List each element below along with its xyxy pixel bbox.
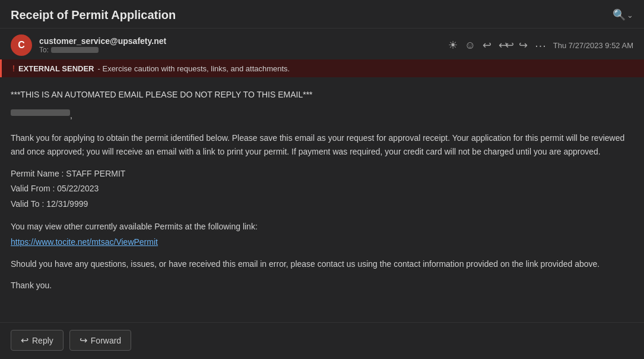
forward-icon[interactable]: ↪ [517, 37, 529, 53]
valid-to: Valid To : 12/31/9999 [11, 197, 633, 212]
warning-icon: ! [12, 64, 15, 73]
permit-name: Permit Name : STAFF PERMIT [11, 166, 633, 181]
forward-button[interactable]: ↪ Forward [69, 330, 131, 351]
action-icons: ☀ ☺ ↩ ↩↩ ↪ ··· [446, 37, 548, 54]
valid-from: Valid From : 05/22/2023 [11, 181, 633, 196]
thank-you: Thank you. [11, 279, 633, 292]
avatar: C [11, 34, 32, 56]
timestamp: Thu 7/27/2023 9:52 AM [553, 41, 633, 50]
automated-notice: ***THIS IS AN AUTOMATED EMAIL PLEASE DO … [11, 88, 633, 101]
reply-icon[interactable]: ↩ [481, 37, 493, 53]
contact-paragraph: Should you have any questions, issues, o… [11, 257, 633, 270]
sender-row: C customer_service@upsafety.net To: ☀ ☺ … [0, 29, 644, 59]
sender-email: customer_service@upsafety.net [39, 36, 166, 46]
email-body: ***THIS IS AN AUTOMATED EMAIL PLEASE DO … [0, 77, 644, 322]
reply-button[interactable]: ↩ Reply [11, 330, 64, 351]
recipient-redacted-2 [11, 109, 70, 116]
forward-btn-icon: ↪ [80, 335, 87, 346]
more-icon[interactable]: ··· [533, 37, 548, 54]
email-footer: ↩ Reply ↪ Forward [0, 322, 644, 359]
warning-message: - Exercise caution with requests, links,… [98, 64, 290, 73]
sender-to: To: [39, 46, 166, 54]
warning-banner: ! EXTERNAL SENDER - Exercise caution wit… [0, 59, 644, 77]
zoom-control[interactable]: 🔍 ⌄ [613, 8, 633, 21]
forward-btn-label: Forward [91, 336, 121, 345]
view-permits-text: You may view other currently available P… [11, 220, 633, 233]
zoom-icon[interactable]: 🔍 [613, 8, 626, 21]
permit-link[interactable]: https://www.tocite.net/mtsac/ViewPermit [11, 237, 158, 247]
reply-btn-label: Reply [32, 336, 53, 345]
email-header: Receipt of Permit Application 🔍 ⌄ [0, 0, 644, 29]
email-container: Receipt of Permit Application 🔍 ⌄ C cust… [0, 0, 644, 359]
sender-right: ☀ ☺ ↩ ↩↩ ↪ ··· Thu 7/27/2023 9:52 AM [446, 37, 633, 54]
sender-info: customer_service@upsafety.net To: [39, 36, 166, 54]
email-title: Receipt of Permit Application [11, 8, 176, 22]
permit-details: Permit Name : STAFF PERMIT Valid From : … [11, 166, 633, 212]
sender-left: C customer_service@upsafety.net To: [11, 34, 166, 56]
chevron-down-icon[interactable]: ⌄ [627, 11, 633, 20]
brightness-icon[interactable]: ☀ [446, 37, 459, 53]
emoji-icon[interactable]: ☺ [463, 37, 477, 53]
warning-label: EXTERNAL SENDER [18, 64, 94, 73]
reply-all-icon[interactable]: ↩↩ [497, 37, 513, 53]
reply-btn-icon: ↩ [21, 335, 28, 346]
intro-paragraph: Thank you for applying to obtain the per… [11, 131, 633, 158]
recipient-redacted [51, 47, 99, 53]
